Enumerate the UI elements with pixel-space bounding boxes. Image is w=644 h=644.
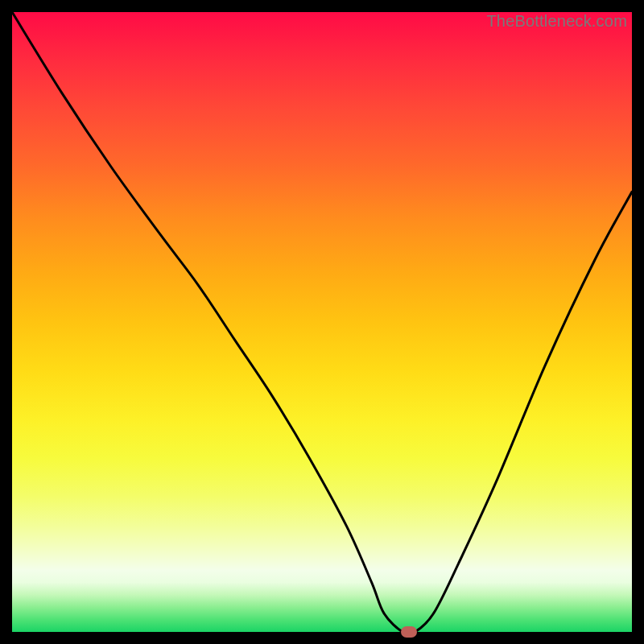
plot-area: TheBottleneck.com [12,12,632,632]
bottleneck-curve [12,12,632,632]
chart-frame: TheBottleneck.com [0,0,644,644]
optimum-marker [401,626,417,638]
curve-path [12,12,632,632]
